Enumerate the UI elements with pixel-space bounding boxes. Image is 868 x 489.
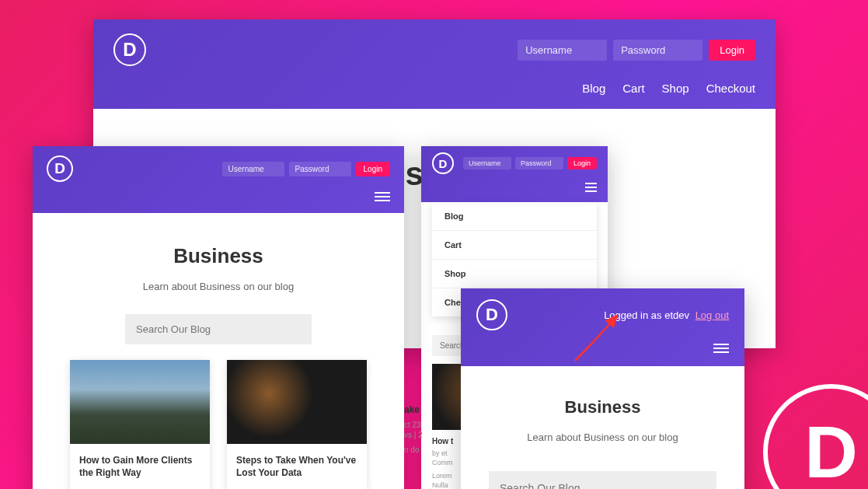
page-title: Business	[56, 244, 381, 268]
logo-icon[interactable]: D	[476, 299, 507, 330]
topbar: D Login	[432, 152, 597, 174]
nav: Blog Cart Shop Checkout	[113, 66, 755, 109]
hamburger-row	[432, 174, 597, 202]
login-button[interactable]: Login	[709, 40, 755, 61]
card-title: Steps to Take When You've Lost Your Data	[236, 455, 357, 479]
page-subtitle: Learn about Business on our blog	[489, 431, 716, 443]
body: Business Learn about Business on our blo…	[33, 213, 404, 360]
hamburger-row	[476, 330, 729, 366]
logo-icon[interactable]: D	[432, 152, 454, 174]
search-input[interactable]	[125, 314, 312, 344]
card-body: How to Gain More Clients the Right Way	[70, 444, 210, 489]
logged-in-status: Logged in as etdev Log out	[604, 309, 729, 321]
screenshot-mobile-loggedin: D Logged in as etdev Log out Business Le…	[461, 288, 744, 489]
header: D Logged in as etdev Log out	[461, 288, 744, 366]
nav-cart[interactable]: Cart	[622, 82, 644, 95]
auth-form: Login	[518, 40, 755, 61]
body: Business Learn about Business on our blo…	[461, 366, 744, 489]
password-input[interactable]	[289, 162, 351, 176]
logo-icon[interactable]: D	[113, 33, 146, 66]
password-input[interactable]	[613, 40, 702, 61]
auth-form: Login	[222, 162, 390, 176]
watermark-logo-icon: D	[763, 384, 868, 489]
header: D Login	[421, 146, 608, 202]
cards-row: How to Gain More Clients the Right Way S…	[33, 360, 404, 489]
nav-shop[interactable]: Shop	[662, 82, 689, 95]
topbar: D Logged in as etdev Log out	[476, 299, 729, 330]
hamburger-icon[interactable]	[585, 180, 597, 194]
topbar: D Login	[113, 33, 755, 66]
menu-item-blog[interactable]: Blog	[432, 202, 597, 231]
screenshot-tablet: D Login Business Learn about Business on…	[33, 146, 404, 489]
header: D Login Blog Cart Shop Checkout	[93, 19, 776, 109]
username-input[interactable]	[222, 162, 284, 176]
login-button[interactable]: Login	[567, 157, 597, 169]
blog-card[interactable]: Steps to Take When You've Lost Your Data	[227, 360, 367, 489]
menu-item-cart[interactable]: Cart	[432, 231, 597, 260]
login-button[interactable]: Login	[356, 162, 390, 176]
logo-icon[interactable]: D	[47, 155, 73, 182]
username-input[interactable]	[518, 40, 607, 61]
hamburger-row	[47, 182, 390, 213]
blog-card[interactable]: How to Gain More Clients the Right Way	[70, 360, 210, 489]
nav-blog[interactable]: Blog	[582, 82, 605, 95]
logged-in-text: Logged in as etdev	[604, 309, 689, 321]
hamburger-icon[interactable]	[375, 190, 390, 204]
topbar: D Login	[47, 155, 390, 182]
username-input[interactable]	[463, 157, 511, 169]
menu-item-shop[interactable]: Shop	[432, 260, 597, 288]
password-input[interactable]	[515, 157, 563, 169]
page-subtitle: Learn about Business on our blog	[56, 281, 381, 292]
card-image	[70, 360, 210, 444]
nav-checkout[interactable]: Checkout	[706, 82, 755, 95]
header: D Login	[33, 146, 404, 213]
card-body: Steps to Take When You've Lost Your Data	[227, 444, 367, 489]
page-title: Business	[489, 397, 716, 417]
clipped-text: ake ct 23 vs | 2 n do	[404, 404, 427, 455]
card-image	[227, 360, 367, 444]
card-title: How to Gain More Clients the Right Way	[79, 455, 200, 479]
hamburger-icon[interactable]	[713, 341, 729, 355]
logout-link[interactable]: Log out	[695, 309, 729, 321]
auth-form: Login	[463, 157, 597, 169]
search-input[interactable]	[489, 471, 716, 489]
